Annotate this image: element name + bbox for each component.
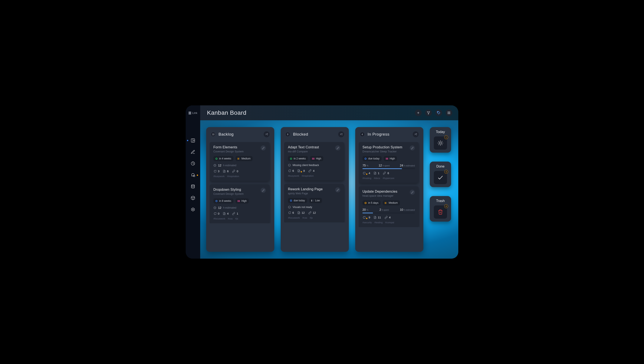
card-title: Setup Production System	[362, 146, 402, 149]
files-stat[interactable]: 8	[297, 169, 305, 172]
tag[interactable]: #js	[310, 216, 313, 219]
priority-pill: High	[236, 198, 249, 204]
svg-point-12	[448, 112, 449, 112]
task-card[interactable]: Adapt Text Contrast mo·diff Compare in 2…	[284, 142, 344, 180]
kanban-board: 10 Backlog Form Elements Covenant Design…	[200, 120, 458, 259]
due-date-pill: in 5 days	[362, 200, 381, 206]
comments-stat[interactable]: 6	[288, 211, 294, 214]
tag[interactable]: #docs	[374, 177, 380, 180]
side-panel-tile[interactable]: 1	[434, 136, 447, 150]
due-date-pill: in 4 weeks	[213, 156, 233, 161]
card-subtitle: head.space idea manager	[362, 194, 397, 197]
svg-point-48	[439, 142, 441, 144]
comments-stat[interactable]: 9	[362, 216, 370, 219]
links-stat[interactable]: 6	[383, 172, 389, 175]
svg-point-5	[192, 185, 195, 186]
svg-point-13	[449, 112, 450, 112]
side-panel-tile[interactable]: 4	[434, 171, 447, 184]
nav-package-icon[interactable]	[190, 196, 196, 200]
card-stats: 9 11 4	[362, 216, 415, 219]
card-title: Update Dependencies	[362, 190, 397, 194]
svg-point-11	[438, 112, 438, 112]
tag[interactable]: #inspiration	[227, 175, 239, 178]
comments-stat[interactable]: 0	[213, 212, 219, 215]
tag-button[interactable]	[435, 110, 442, 116]
edit-card-button[interactable]	[410, 146, 415, 150]
nav-board-icon[interactable]	[190, 138, 196, 143]
nav-edit-icon[interactable]	[190, 150, 196, 154]
files-stat[interactable]: 4	[223, 212, 229, 215]
edit-card-button[interactable]	[261, 146, 266, 150]
priority-pill: Medium	[236, 156, 253, 161]
svg-point-7	[192, 209, 194, 210]
primary-sidebar: Link	[186, 105, 200, 259]
apps-button[interactable]	[445, 110, 452, 116]
column-sort-button[interactable]	[264, 131, 270, 137]
tag[interactable]: #busywork	[213, 175, 225, 178]
nav-chat-icon[interactable]	[190, 172, 196, 178]
edit-card-button[interactable]	[335, 146, 340, 150]
card-list[interactable]: Setup Production System Dreamcatcher Sle…	[359, 142, 420, 227]
column-count-badge: 8	[285, 132, 290, 137]
edit-card-button[interactable]	[335, 187, 340, 192]
edit-card-button[interactable]	[410, 190, 415, 195]
card-list[interactable]: Form Elements Covenant Design System in …	[210, 142, 271, 223]
comments-stat[interactable]: 6	[288, 169, 294, 172]
priority-label: Low	[315, 199, 320, 202]
column-sort-button[interactable]	[338, 131, 344, 137]
side-panel-badge: 1	[444, 136, 448, 139]
tag[interactable]: #security	[362, 221, 372, 224]
comments-stat[interactable]: 4	[362, 172, 370, 175]
card-title: Dropdown Styling	[213, 188, 244, 192]
tag[interactable]: #compat	[385, 221, 394, 224]
tag[interactable]: #inspiration	[302, 174, 314, 177]
tag[interactable]: #focuswork	[288, 216, 300, 219]
links-stat[interactable]: 1	[232, 212, 238, 215]
files-stat[interactable]: 12	[297, 211, 305, 214]
links-stat[interactable]: 0	[232, 170, 238, 173]
column-sort-button[interactable]	[413, 131, 419, 137]
column-header: 8 Blocked	[284, 130, 345, 138]
tag[interactable]: #testing	[374, 221, 383, 224]
card-subtitle: Dreamcatcher Sleep Tracker	[362, 150, 402, 153]
nav-analytics-icon[interactable]	[190, 161, 196, 166]
task-card[interactable]: Rework Landing Page spinly Web Page due …	[284, 184, 344, 222]
tag[interactable]: #hosting	[362, 177, 371, 180]
side-panel-tile[interactable]: 4	[434, 206, 447, 218]
due-dot-icon	[216, 200, 217, 202]
tag[interactable]: #busywork	[288, 174, 299, 177]
filter-button[interactable]	[425, 110, 432, 116]
priority-pill: Low	[309, 198, 322, 203]
nav-database-icon[interactable]	[190, 184, 196, 189]
links-stat[interactable]: 4	[308, 169, 314, 172]
tag[interactable]: #js	[235, 217, 238, 220]
app-window: Link	[186, 105, 458, 259]
task-card[interactable]: Setup Production System Dreamcatcher Sle…	[359, 142, 419, 183]
links-stat[interactable]: 4	[384, 216, 391, 219]
comments-stat[interactable]: 3	[213, 170, 219, 173]
tag[interactable]: #focuswork	[213, 217, 225, 220]
progress-stats: 75 % 12 h spent 24 h estimated	[362, 164, 415, 167]
due-dot-icon	[290, 200, 292, 202]
card-tags: #busywork#inspiration	[288, 174, 340, 177]
edit-card-button[interactable]	[261, 188, 266, 193]
card-subtitle: mo·diff Compare	[288, 150, 319, 153]
priority-pill: High	[384, 156, 397, 161]
card-subtitle: Covenant Design System	[213, 192, 244, 196]
files-stat[interactable]: 1	[374, 172, 379, 175]
tag[interactable]: #hypercare	[383, 177, 394, 180]
task-card[interactable]: Form Elements Covenant Design System in …	[210, 142, 270, 181]
task-card[interactable]: Dropdown Styling Covenant Design System …	[210, 184, 270, 223]
tag[interactable]: #css	[302, 216, 307, 219]
svg-line-55	[438, 144, 439, 145]
card-list[interactable]: Adapt Text Contrast mo·diff Compare in 2…	[284, 142, 345, 222]
priority-pill: Medium	[383, 200, 400, 206]
files-stat[interactable]: 11	[374, 216, 381, 219]
files-stat[interactable]: 6	[223, 170, 229, 173]
task-card[interactable]: Update Dependencies head.space idea mana…	[359, 186, 419, 227]
priority-label: High	[242, 200, 247, 202]
add-button[interactable]	[415, 110, 422, 116]
links-stat[interactable]: 12	[308, 211, 316, 214]
nav-settings-icon[interactable]	[190, 207, 196, 212]
tag[interactable]: #css	[228, 217, 233, 220]
